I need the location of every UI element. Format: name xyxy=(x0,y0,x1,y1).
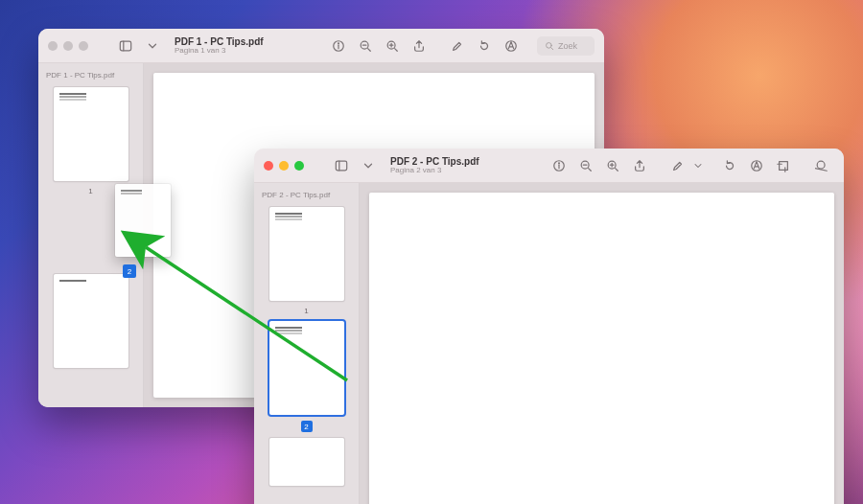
thumbnail-page[interactable] xyxy=(269,207,344,301)
rotate-button[interactable] xyxy=(472,35,497,57)
zoom-out-icon xyxy=(579,159,593,172)
close-dot[interactable] xyxy=(48,41,58,51)
chevron-down-icon xyxy=(146,39,159,53)
view-menu-button[interactable] xyxy=(146,35,159,57)
view-menu-button[interactable] xyxy=(362,155,375,176)
thumbnail-page[interactable] xyxy=(269,438,344,486)
markup-button[interactable] xyxy=(499,35,524,57)
sidebar-document-label: PDF 1 - PC Tips.pdf xyxy=(38,69,143,83)
minimize-dot[interactable] xyxy=(63,41,73,51)
svg-line-24 xyxy=(616,168,618,171)
svg-line-9 xyxy=(395,48,398,51)
thumbnail-sidebar[interactable]: PDF 2 - PC Tips.pdf 1 2 xyxy=(254,183,360,504)
thumbnail-page-number: 1 xyxy=(88,187,92,195)
sidebar-document-label: PDF 2 - PC Tips.pdf xyxy=(254,189,359,203)
markup-icon xyxy=(750,159,763,172)
chevron-down-icon xyxy=(692,159,704,172)
highlight-menu-button[interactable] xyxy=(692,155,704,176)
svg-point-13 xyxy=(547,42,552,48)
svg-rect-0 xyxy=(120,41,130,51)
window-title: PDF 2 - PC Tips.pdf xyxy=(390,156,479,167)
highlight-button[interactable] xyxy=(445,35,470,57)
thumbnail-page[interactable] xyxy=(269,321,344,415)
toolbar-right xyxy=(547,155,834,176)
sidebar-icon xyxy=(335,159,348,172)
search-button[interactable] xyxy=(809,155,834,176)
svg-rect-28 xyxy=(780,161,788,170)
traffic-lights xyxy=(48,41,88,51)
drag-count-badge: 2 xyxy=(123,264,136,278)
info-icon xyxy=(332,39,345,53)
page-canvas[interactable] xyxy=(360,183,844,504)
traffic-lights xyxy=(264,161,304,171)
search-icon xyxy=(545,41,554,51)
search-placeholder: Zoek xyxy=(558,41,577,51)
title-block: PDF 1 - PC Tips.pdf Pagina 1 van 3 xyxy=(175,36,264,56)
sidebar-toggle-button[interactable] xyxy=(329,155,354,176)
search-field[interactable]: Zoek xyxy=(537,36,595,56)
search-icon xyxy=(815,159,828,172)
svg-point-31 xyxy=(817,161,825,169)
markup-button[interactable] xyxy=(744,155,769,176)
zoom-dot[interactable] xyxy=(294,161,304,171)
titlebar[interactable]: PDF 1 - PC Tips.pdf Pagina 1 van 3 Zoek xyxy=(38,29,604,63)
window-subtitle: Pagina 1 van 3 xyxy=(175,47,264,56)
minimize-dot[interactable] xyxy=(279,161,289,171)
highlighter-icon xyxy=(671,159,685,172)
svg-point-4 xyxy=(338,42,339,43)
svg-line-14 xyxy=(551,47,553,49)
share-button[interactable] xyxy=(407,35,432,57)
info-button[interactable] xyxy=(326,35,351,57)
zoom-out-button[interactable] xyxy=(353,35,378,57)
thumbnail-page[interactable] xyxy=(54,274,128,368)
info-icon xyxy=(552,159,566,172)
dragged-thumbnail[interactable] xyxy=(115,184,171,257)
pdf-page[interactable] xyxy=(369,193,834,504)
highlighter-icon xyxy=(451,39,464,53)
info-button[interactable] xyxy=(547,155,571,176)
svg-point-19 xyxy=(559,162,560,163)
sidebar-icon xyxy=(119,39,132,53)
zoom-in-button[interactable] xyxy=(600,155,625,176)
share-button[interactable] xyxy=(627,155,652,176)
zoom-out-button[interactable] xyxy=(573,155,598,176)
crop-button[interactable] xyxy=(771,155,796,176)
zoom-in-button[interactable] xyxy=(380,35,405,57)
window-subtitle: Pagina 2 van 3 xyxy=(390,167,479,175)
zoom-in-icon xyxy=(606,159,619,172)
rotate-icon xyxy=(478,39,491,53)
thumbnail-page-number: 1 xyxy=(304,307,308,315)
zoom-dot[interactable] xyxy=(79,41,88,51)
crop-icon xyxy=(777,159,790,172)
desktop: PDF 1 - PC Tips.pdf Pagina 1 van 3 Zoek xyxy=(0,0,863,504)
zoom-in-icon xyxy=(385,39,399,53)
zoom-out-icon xyxy=(359,39,372,53)
thumbnail-page[interactable] xyxy=(54,87,128,181)
sidebar-toggle-button[interactable] xyxy=(113,35,138,57)
window-title: PDF 1 - PC Tips.pdf xyxy=(175,36,264,47)
highlight-button[interactable] xyxy=(665,155,690,176)
share-icon xyxy=(412,39,426,53)
svg-line-6 xyxy=(368,48,371,51)
rotate-icon xyxy=(723,159,736,172)
svg-line-21 xyxy=(589,168,592,171)
preview-window-pdf2[interactable]: PDF 2 - PC Tips.pdf Pagina 2 van 3 xyxy=(254,149,844,504)
close-dot[interactable] xyxy=(264,161,273,171)
title-block: PDF 2 - PC Tips.pdf Pagina 2 van 3 xyxy=(390,156,479,175)
markup-icon xyxy=(504,39,518,53)
chevron-down-icon xyxy=(362,159,375,172)
thumbnail-page-badge: 2 xyxy=(301,421,313,432)
toolbar-right: Zoek xyxy=(326,35,595,57)
svg-rect-15 xyxy=(336,161,346,171)
titlebar[interactable]: PDF 2 - PC Tips.pdf Pagina 2 van 3 xyxy=(254,149,844,183)
share-icon xyxy=(633,159,646,172)
rotate-button[interactable] xyxy=(717,155,742,176)
